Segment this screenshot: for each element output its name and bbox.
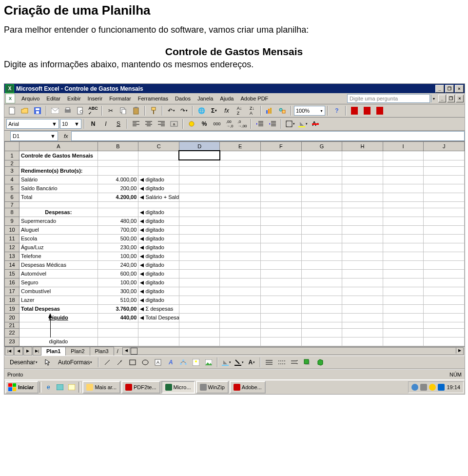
cell[interactable]	[342, 337, 383, 346]
menu-adobepdf[interactable]: Adobe PDF	[237, 94, 272, 103]
doc-close-button[interactable]: ×	[456, 95, 464, 102]
cell[interactable]	[220, 304, 261, 313]
cell[interactable]	[301, 243, 342, 252]
cell[interactable]	[383, 225, 424, 234]
taskbar-item[interactable]: PDF2te...	[121, 381, 160, 394]
sheet-tab-plan2[interactable]: Plan2	[65, 347, 90, 356]
scroll-right-icon[interactable]: ▶	[456, 348, 463, 354]
email-icon[interactable]	[49, 105, 61, 117]
cell[interactable]	[342, 217, 383, 225]
cell[interactable]: Supermercado	[20, 217, 98, 225]
dash-style-icon[interactable]	[276, 357, 288, 368]
row-header[interactable]: 16	[5, 278, 20, 287]
hyperlink-icon[interactable]: 🌐	[195, 105, 207, 117]
increase-indent-icon[interactable]	[267, 118, 278, 130]
cell[interactable]	[301, 201, 342, 208]
cell[interactable]: Automóvel	[20, 269, 98, 278]
cell[interactable]	[261, 184, 302, 193]
cell[interactable]	[424, 278, 465, 287]
cell[interactable]	[383, 337, 424, 346]
cell[interactable]	[342, 328, 383, 337]
fill-color-draw-icon[interactable]: ▾	[220, 357, 232, 368]
col-header-c[interactable]: C	[138, 142, 179, 151]
cell[interactable]: Despesas:	[20, 208, 98, 217]
cell[interactable]: Água/Luz	[20, 243, 98, 252]
cell[interactable]	[20, 322, 98, 328]
cell[interactable]	[301, 328, 342, 337]
row-header[interactable]: 22	[5, 328, 20, 337]
cell[interactable]: digitado	[138, 278, 179, 287]
cell[interactable]	[424, 243, 465, 252]
cell[interactable]	[98, 337, 138, 346]
taskbar-item[interactable]: Mais ar...	[82, 381, 120, 394]
line-style-icon[interactable]	[263, 357, 275, 368]
sort-desc-icon[interactable]: Z↓A	[246, 105, 258, 117]
quicklaunch-ie-icon[interactable]: e	[42, 381, 54, 393]
cell[interactable]: digitado	[20, 337, 98, 346]
cell[interactable]	[383, 243, 424, 252]
cell[interactable]	[138, 328, 179, 337]
zoom-combo[interactable]: 100%▼	[294, 106, 325, 116]
cell[interactable]	[179, 175, 220, 184]
cell[interactable]	[179, 287, 220, 296]
cell[interactable]	[383, 234, 424, 243]
cell[interactable]	[301, 322, 342, 328]
cell[interactable]	[342, 160, 383, 166]
cell[interactable]	[424, 225, 465, 234]
pdf-icon-3[interactable]	[374, 105, 386, 117]
italic-icon[interactable]: I	[100, 118, 112, 130]
tray-icon[interactable]	[438, 384, 445, 391]
menu-ferramentas[interactable]: Ferramentas	[135, 94, 172, 103]
cell[interactable]	[301, 296, 342, 304]
cell[interactable]: Total Despesas	[20, 304, 98, 313]
tray-icon[interactable]	[429, 384, 436, 391]
cell[interactable]	[424, 269, 465, 278]
doc-minimize-button[interactable]: _	[438, 95, 446, 102]
cell[interactable]	[342, 269, 383, 278]
row-header[interactable]: 17	[5, 287, 20, 296]
row-header[interactable]: 2	[5, 160, 20, 166]
cell[interactable]	[220, 296, 261, 304]
font-combo[interactable]: Arial▼	[6, 119, 59, 129]
cell[interactable]	[179, 269, 220, 278]
cell[interactable]	[383, 269, 424, 278]
row-header[interactable]: 4	[5, 175, 20, 184]
col-header-b[interactable]: B	[98, 142, 138, 151]
cell[interactable]: 700,00	[98, 225, 138, 234]
cell[interactable]	[383, 175, 424, 184]
row-header[interactable]: 6	[5, 193, 20, 201]
cell[interactable]: Lazer	[20, 296, 98, 304]
row-header[interactable]: 11	[5, 234, 20, 243]
cell[interactable]: digitado	[138, 184, 179, 193]
cell[interactable]	[261, 234, 302, 243]
wordart-icon[interactable]: A	[165, 357, 176, 368]
cell[interactable]	[261, 208, 302, 217]
minimize-button[interactable]: _	[435, 85, 444, 93]
cell[interactable]	[261, 304, 302, 313]
cell[interactable]: Despesas Médicas	[20, 260, 98, 269]
tab-nav-prev-icon[interactable]: ◀	[14, 347, 23, 356]
paste-icon[interactable]	[130, 105, 142, 117]
diagram-icon[interactable]	[177, 357, 189, 368]
cell[interactable]: Telefone	[20, 252, 98, 260]
cell[interactable]	[220, 217, 261, 225]
cell[interactable]	[342, 243, 383, 252]
close-window-button[interactable]: ×	[455, 85, 464, 93]
cell[interactable]	[424, 217, 465, 225]
horizontal-scrollbar[interactable]: ◀ ▶	[122, 347, 464, 355]
cell[interactable]	[261, 151, 302, 160]
oval-icon[interactable]	[139, 357, 151, 368]
fill-color-icon[interactable]: ▾	[297, 118, 309, 130]
cell[interactable]: 300,00	[98, 287, 138, 296]
cell[interactable]	[261, 160, 302, 166]
menu-janela[interactable]: Janela	[194, 94, 216, 103]
col-header-j[interactable]: J	[424, 142, 465, 151]
cell[interactable]	[301, 252, 342, 260]
cell[interactable]	[301, 278, 342, 287]
cell[interactable]: digitado	[138, 243, 179, 252]
menu-editar[interactable]: Editar	[43, 94, 64, 103]
cell[interactable]	[424, 313, 465, 322]
cell[interactable]: Total Despesas -Líquido	[138, 313, 179, 322]
cell[interactable]	[301, 175, 342, 184]
cell[interactable]	[179, 322, 220, 328]
